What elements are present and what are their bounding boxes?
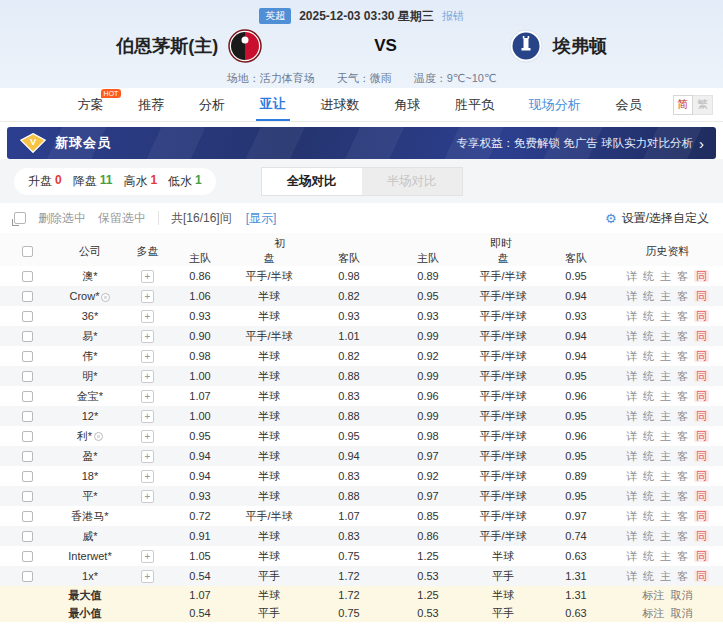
history-link-4[interactable]: 客	[677, 310, 688, 322]
company-name[interactable]: 36*	[82, 310, 99, 322]
history-link-3[interactable]: 主	[660, 470, 671, 482]
history-link-1[interactable]: 详	[626, 370, 637, 382]
history-link-5[interactable]: 同	[694, 270, 709, 282]
history-link-3[interactable]: 主	[660, 570, 671, 582]
history-link-2[interactable]: 统	[643, 510, 654, 522]
history-link-2[interactable]: 统	[643, 310, 654, 322]
history-link-2[interactable]: 统	[643, 390, 654, 402]
history-link-5[interactable]: 同	[694, 290, 709, 302]
nav-tab-5[interactable]: 进球数	[316, 88, 363, 121]
nav-tab-4[interactable]: 亚让	[256, 88, 290, 121]
history-link-2[interactable]: 统	[643, 570, 654, 582]
history-link-5[interactable]: 同	[694, 470, 709, 482]
history-link-4[interactable]: 客	[677, 450, 688, 462]
show-link[interactable]: [显示]	[246, 210, 277, 227]
company-name[interactable]: Crow*	[70, 290, 100, 302]
row-checkbox[interactable]	[22, 411, 33, 422]
summary-action-2[interactable]: 取消	[671, 589, 693, 601]
expand-odds-button[interactable]: +	[141, 310, 154, 323]
history-link-2[interactable]: 统	[643, 530, 654, 542]
history-link-2[interactable]: 统	[643, 490, 654, 502]
history-link-5[interactable]: 同	[694, 350, 709, 362]
row-checkbox[interactable]	[22, 551, 33, 562]
history-link-5[interactable]: 同	[694, 370, 709, 382]
company-name[interactable]: 18*	[82, 470, 99, 482]
expand-odds-button[interactable]: +	[141, 570, 154, 583]
history-link-4[interactable]: 客	[677, 570, 688, 582]
company-name[interactable]: Interwet*	[68, 550, 111, 562]
history-link-4[interactable]: 客	[677, 270, 688, 282]
history-link-4[interactable]: 客	[677, 290, 688, 302]
row-checkbox[interactable]	[22, 351, 33, 362]
nav-tab-9[interactable]: 会员	[612, 88, 646, 121]
select-all-checkbox[interactable]	[22, 246, 33, 257]
history-link-1[interactable]: 详	[626, 410, 637, 422]
history-link-4[interactable]: 客	[677, 530, 688, 542]
company-name[interactable]: 威*	[82, 530, 97, 542]
history-link-5[interactable]: 同	[694, 410, 709, 422]
history-link-4[interactable]: 客	[677, 350, 688, 362]
history-link-4[interactable]: 客	[677, 370, 688, 382]
row-checkbox[interactable]	[22, 571, 33, 582]
history-link-3[interactable]: 主	[660, 510, 671, 522]
history-link-5[interactable]: 同	[694, 550, 709, 562]
lang-simplified-button[interactable]: 简	[673, 95, 693, 115]
history-link-1[interactable]: 详	[626, 530, 637, 542]
row-checkbox[interactable]	[22, 271, 33, 282]
history-link-3[interactable]: 主	[660, 390, 671, 402]
history-link-3[interactable]: 主	[660, 350, 671, 362]
history-link-2[interactable]: 统	[643, 430, 654, 442]
history-link-2[interactable]: 统	[643, 450, 654, 462]
chevron-right-icon[interactable]: ›	[699, 136, 704, 151]
history-link-2[interactable]: 统	[643, 550, 654, 562]
history-link-4[interactable]: 客	[677, 430, 688, 442]
nav-tab-7[interactable]: 胜平负	[451, 88, 498, 121]
row-checkbox[interactable]	[22, 331, 33, 342]
history-link-1[interactable]: 详	[626, 490, 637, 502]
history-link-3[interactable]: 主	[660, 530, 671, 542]
history-link-4[interactable]: 客	[677, 470, 688, 482]
row-checkbox[interactable]	[22, 371, 33, 382]
expand-odds-button[interactable]: +	[141, 470, 154, 483]
history-link-2[interactable]: 统	[643, 350, 654, 362]
expand-odds-button[interactable]: +	[141, 410, 154, 423]
history-link-4[interactable]: 客	[677, 550, 688, 562]
expand-odds-button[interactable]: +	[141, 370, 154, 383]
history-link-2[interactable]: 统	[643, 370, 654, 382]
expand-odds-button[interactable]: +	[141, 550, 154, 563]
row-checkbox[interactable]	[22, 511, 33, 522]
vip-banner[interactable]: V 新球会员 专享权益：免费解锁 免广告 球队实力对比分析 ›	[7, 127, 716, 159]
history-link-5[interactable]: 同	[694, 530, 709, 542]
history-link-5[interactable]: 同	[694, 390, 709, 402]
company-name[interactable]: 盈*	[82, 450, 97, 462]
summary-action-1[interactable]: 标注	[643, 589, 665, 601]
history-link-1[interactable]: 详	[626, 290, 637, 302]
company-name[interactable]: 利*	[77, 430, 92, 442]
nav-tab-1[interactable]: 方案HOT	[73, 88, 107, 121]
company-name[interactable]: 1x*	[82, 570, 98, 582]
history-link-1[interactable]: 详	[626, 350, 637, 362]
keep-selected-button[interactable]: 保留选中	[98, 210, 146, 227]
expand-odds-button[interactable]: +	[141, 270, 154, 283]
history-link-3[interactable]: 主	[660, 290, 671, 302]
expand-odds-button[interactable]: +	[141, 350, 154, 363]
nav-tab-6[interactable]: 角球	[390, 88, 424, 121]
history-link-2[interactable]: 统	[643, 270, 654, 282]
company-name[interactable]: 金宝*	[77, 390, 103, 402]
history-link-1[interactable]: 详	[626, 450, 637, 462]
history-link-4[interactable]: 客	[677, 490, 688, 502]
history-link-4[interactable]: 客	[677, 390, 688, 402]
history-link-1[interactable]: 详	[626, 310, 637, 322]
history-link-2[interactable]: 统	[643, 410, 654, 422]
nav-tab-3[interactable]: 分析	[195, 88, 229, 121]
history-link-3[interactable]: 主	[660, 370, 671, 382]
history-link-1[interactable]: 详	[626, 430, 637, 442]
history-link-5[interactable]: 同	[694, 430, 709, 442]
history-link-1[interactable]: 详	[626, 470, 637, 482]
history-link-2[interactable]: 统	[643, 330, 654, 342]
history-link-3[interactable]: 主	[660, 550, 671, 562]
nav-tab-2[interactable]: 推荐	[134, 88, 168, 121]
history-link-4[interactable]: 客	[677, 410, 688, 422]
history-link-1[interactable]: 详	[626, 330, 637, 342]
history-link-3[interactable]: 主	[660, 490, 671, 502]
